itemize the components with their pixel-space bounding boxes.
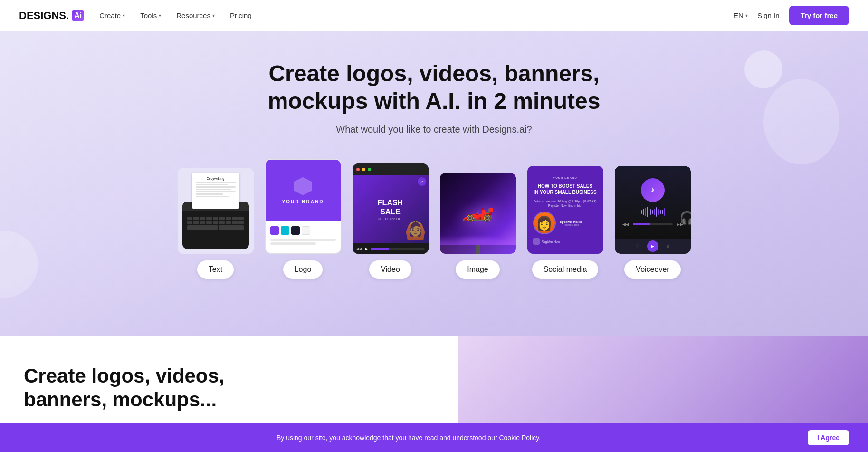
language-selector[interactable]: EN ▾ (734, 11, 748, 19)
sign-in-button[interactable]: Sign In (757, 11, 780, 19)
image-card-label: Image (456, 260, 499, 279)
nav-pricing[interactable]: Pricing (230, 11, 252, 19)
video-card-image: FLASHSALE UP TO 30% OFF 🙆 ↗ ◀◀ ▶ (353, 163, 429, 254)
logo-card-label: Logo (283, 260, 323, 279)
chevron-down-icon: ▾ (123, 13, 125, 18)
logo-card-image: YOUR BRAND (265, 159, 341, 254)
product-card-logo[interactable]: YOUR BRAND Logo (265, 159, 341, 279)
hero-subtitle: What would you like to create with Desig… (19, 124, 849, 135)
product-card-video[interactable]: FLASHSALE UP TO 30% OFF 🙆 ↗ ◀◀ ▶ (353, 163, 429, 279)
video-card-label: Video (369, 260, 411, 279)
logo-text: DESIGNS. (19, 10, 69, 22)
product-cards-container: Copywriting (19, 159, 849, 279)
voiceover-card-image: ♪ (615, 166, 691, 254)
image-card-image: 🏎️ (440, 173, 516, 254)
nav-resources[interactable]: Resources ▾ (176, 11, 215, 19)
cookie-text: By using our site, you acknowledge that … (19, 434, 798, 441)
voiceover-card-label: Voiceover (624, 260, 680, 279)
try-free-button[interactable]: Try for free (789, 6, 849, 25)
cookie-agree-button[interactable]: I Agree (808, 430, 849, 441)
product-card-social[interactable]: YOUR BRAND HOW TO BOOST SALESIN YOUR SMA… (527, 166, 603, 279)
nav-tools-label: Tools (140, 11, 157, 19)
text-card-label: Text (197, 260, 234, 279)
bg-decoration-circle2 (763, 79, 839, 164)
chevron-down-icon: ▾ (745, 13, 748, 18)
nav-tools[interactable]: Tools ▾ (140, 11, 161, 19)
second-section-title: Create logos, videos, banners, mockups..… (24, 364, 434, 412)
navbar-left: DESIGNS. Ai Create ▾ Tools ▾ Resources ▾… (19, 10, 252, 22)
chevron-down-icon: ▾ (212, 13, 215, 18)
hero-title: Create logos, videos, banners, mockups w… (220, 60, 648, 115)
hero-section: Create logos, videos, banners, mockups w… (0, 31, 868, 336)
cookie-banner: By using our site, you acknowledge that … (0, 423, 868, 441)
social-card-image: YOUR BRAND HOW TO BOOST SALESIN YOUR SMA… (527, 166, 603, 254)
nav-pricing-label: Pricing (230, 11, 252, 19)
logo[interactable]: DESIGNS. Ai (19, 10, 84, 22)
navbar: DESIGNS. Ai Create ▾ Tools ▾ Resources ▾… (0, 0, 868, 31)
product-card-voiceover[interactable]: ♪ (615, 166, 691, 279)
nav-create-label: Create (99, 11, 121, 19)
social-card-label: Social media (532, 260, 599, 279)
nav-resources-label: Resources (176, 11, 210, 19)
navbar-right: EN ▾ Sign In Try for free (734, 6, 849, 25)
product-card-image[interactable]: 🏎️ Image (440, 173, 516, 279)
text-card-image: Copywriting (178, 168, 254, 254)
chevron-down-icon: ▾ (159, 13, 161, 18)
nav-create[interactable]: Create ▾ (99, 11, 125, 19)
lang-label: EN (734, 11, 744, 19)
bg-decoration-circle1 (744, 50, 782, 88)
product-card-text[interactable]: Copywriting (178, 168, 254, 279)
logo-ai-badge: Ai (72, 10, 84, 21)
